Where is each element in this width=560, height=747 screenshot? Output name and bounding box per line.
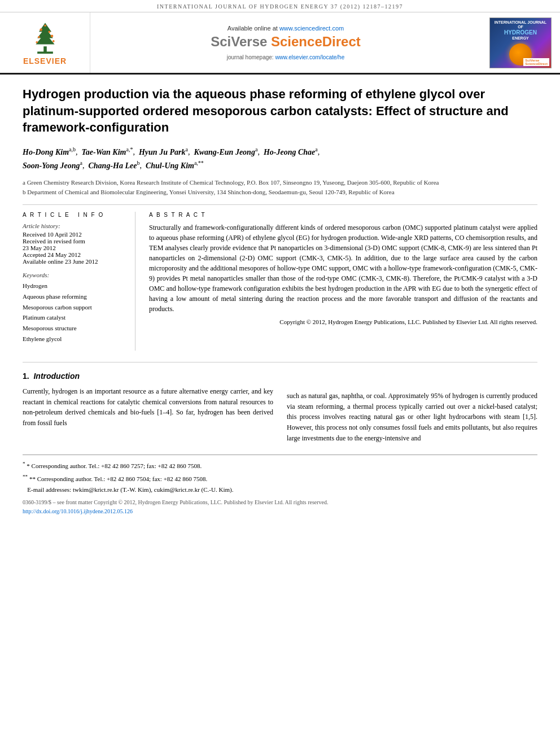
abstract-label: A B S T R A C T [149,212,537,218]
author-4-sup: a [255,146,257,152]
keyword-1: Hydrogen [23,281,126,291]
doi-anchor[interactable]: http://dx.doi.org/10.1016/j.ijhydene.201… [23,508,133,514]
svg-point-6 [48,30,50,33]
author-8-name: Chul-Ung Kim [146,161,194,170]
author-2-name: Tae-Wan Kim [82,148,126,156]
sciencedirect-link[interactable]: www.sciencedirect.com [279,25,344,32]
keyword-5: Mesoporous structure [23,323,126,334]
svg-point-7 [38,36,40,38]
section-number: 1. [23,372,29,381]
affiliation-a: a Green Chemistry Research Division, Kor… [23,178,537,187]
divider-1 [23,204,537,205]
footnotes: * * Corresponding author. Tel.: +82 42 8… [23,455,537,516]
received-revised-date: 23 May 2012 [23,244,126,251]
affiliation-b: b Department of Chemical and Biomolecula… [23,187,537,197]
author-7-name: Chang-Ha Lee [88,161,137,170]
author-8-sup: a,** [194,160,204,166]
body-two-col: 1. Introduction Currently, hydrogen is a… [23,372,537,443]
author-5-sup: a [315,146,317,152]
article-info-column: A R T I C L E I N F O Article history: R… [23,212,135,351]
author-2-sup: a,* [126,146,133,152]
keyword-3: Mesoporous carbon support [23,302,126,313]
cover-sd-logo: SciVerseScienceDirect [523,58,549,66]
article-content: Hydrogen production via the aqueous phas… [0,75,560,527]
introduction-section: 1. Introduction Currently, hydrogen is a… [23,362,537,443]
keyword-2: Aqueous phase reforming [23,291,126,302]
intro-right-text: such as natural gas, naphtha, or coal. A… [287,391,537,443]
elsevier-wordmark: ELSEVIER [23,56,67,65]
author-5-name: Ho-Jeong Chae [264,148,315,156]
abstract-column: A B S T R A C T Structurally and framewo… [149,212,537,351]
intro-left-text: Currently, hydrogen is an important reso… [23,386,273,428]
journal-homepage-link[interactable]: www.elsevier.com/locate/he [275,54,344,60]
banner: ELSEVIER Available online at www.science… [0,12,560,75]
elsevier-tree-icon [28,20,62,54]
svg-rect-1 [37,51,53,54]
article-history: Article history: Received 10 April 2012 … [23,222,126,265]
keywords-section: Keywords: Hydrogen Aqueous phase reformi… [23,272,126,344]
journal-cover-image: International Journal ofHYDROGENENERGY S… [489,18,552,68]
svg-point-11 [44,24,46,27]
email-link-1[interactable]: twkim@krict.re.kr [73,486,119,493]
author-6-sup: a [80,160,82,166]
keyword-6: Ethylene glycol [23,334,126,344]
authors-line: Ho-Dong Kima,b, Tae-Wan Kima,*, Hyun Ju … [23,145,537,172]
footnote-2: ** ** Corresponding author. Tel.: +82 42… [23,473,537,484]
copyright-text: Copyright © 2012, Hydrogen Energy Public… [149,317,537,327]
journal-cover-section: International Journal ofHYDROGENENERGY S… [481,12,560,73]
svg-point-10 [52,40,54,42]
history-label: Article history: [23,222,126,229]
accepted-date: Accepted 24 May 2012 [23,251,126,258]
sciverse-sci-text: SciVerse [211,34,271,49]
author-3-sup: a [185,146,187,152]
received-revised-label: Received in revised form [23,238,126,244]
journal-homepage: journal homepage: www.elsevier.com/locat… [227,54,344,60]
svg-point-8 [50,34,53,37]
svg-marker-4 [36,33,54,44]
footnote-1: * * Corresponding author. Tel.: +82 42 8… [23,460,537,471]
issn-line: 0360-3199/$ – see front matter Copyright… [23,498,537,507]
doi-link[interactable]: http://dx.doi.org/10.1016/j.ijhydene.201… [23,507,537,516]
author-1-sup: a,b [69,146,76,152]
footnote-2-text: ** Corresponding author. Tel.: +82 42 86… [29,475,207,482]
body-col-left: 1. Introduction Currently, hydrogen is a… [23,372,273,443]
author-4-name: Kwang-Eun Jeong [194,148,255,156]
footnote-email: E-mail addresses: twkim@krict.re.kr (T.-… [23,485,537,495]
author-7-sup: b [137,160,139,166]
sciencedirect-banner: Available online at www.sciencedirect.co… [90,12,481,73]
available-online-date: Available online 23 June 2012 [23,258,126,265]
body-col-right: such as natural gas, naphtha, or coal. A… [287,372,537,443]
received-date: Received 10 April 2012 [23,231,126,238]
author-6-name: Soon-Yong Jeong [23,161,80,170]
article-title: Hydrogen production via the aqueous phas… [23,86,537,136]
email-link-2[interactable]: cukim@krict.re.kr [154,486,200,493]
keyword-4: Platinum catalyst [23,312,126,323]
affiliations: a Green Chemistry Research Division, Kor… [23,178,537,196]
section-title-text: Introduction [33,372,80,381]
sciverse-brand: SciVerse ScienceDirect [211,34,361,50]
author-3-name: Hyun Ju Park [139,148,185,156]
keywords-label: Keywords: [23,272,126,278]
footnote-star-1: * [23,461,25,466]
article-info-abstract: A R T I C L E I N F O Article history: R… [23,212,537,351]
journal-header-text: INTERNATIONAL JOURNAL OF HYDROGEN ENERGY… [157,3,403,10]
email-label: E-mail addresses: [27,486,73,493]
footnote-star-2: ** [23,474,28,479]
author-1-name: Ho-Dong Kim [23,148,69,156]
journal-header: INTERNATIONAL JOURNAL OF HYDROGEN ENERGY… [0,0,560,12]
svg-point-5 [40,28,42,31]
section-title: 1. Introduction [23,372,273,381]
footnote-1-text: * Corresponding author. Tel.: +82 42 860… [27,462,202,469]
cover-title: International Journal ofHYDROGENENERGY [492,20,549,41]
article-info-label: A R T I C L E I N F O [23,212,126,218]
available-online-text: Available online at www.sciencedirect.co… [228,25,344,32]
sciverse-sd-text: ScienceDirect [271,34,361,49]
abstract-text: Structurally and framework-configuration… [149,222,537,327]
svg-point-9 [36,41,38,43]
elsevier-logo-section: ELSEVIER [0,12,90,73]
